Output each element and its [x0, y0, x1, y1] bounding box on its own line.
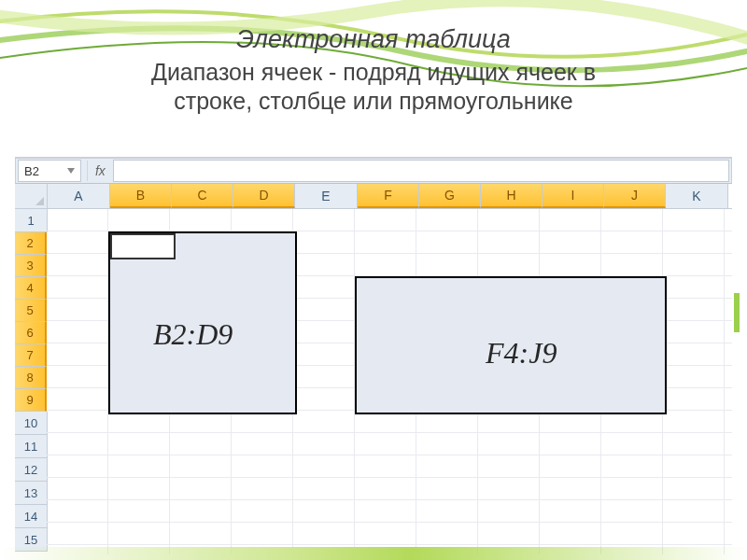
row-header-14[interactable]: 14	[15, 505, 48, 528]
active-cell[interactable]	[110, 233, 176, 259]
row-header-5[interactable]: 5	[15, 300, 47, 322]
page-subtitle-line-1: Диапазон ячеек - подряд идущих ячеек в	[0, 58, 747, 87]
right-marker	[734, 293, 740, 332]
footer-wave	[0, 547, 747, 560]
column-header-F[interactable]: F	[358, 184, 419, 208]
row-header-9[interactable]: 9	[15, 389, 47, 412]
column-header-H[interactable]: H	[481, 184, 543, 208]
row-header-4[interactable]: 4	[15, 277, 47, 300]
row-headers: 123456789101112131415	[15, 209, 48, 552]
column-header-I[interactable]: I	[543, 184, 604, 208]
formula-input[interactable]	[113, 160, 729, 182]
row-header-1[interactable]: 1	[15, 209, 48, 232]
column-headers: ABCDEFGHIJK	[15, 184, 732, 209]
spreadsheet-area: B2 fx ABCDEFGHIJK 123456789101112131415 …	[15, 157, 732, 554]
select-all-corner[interactable]	[15, 184, 48, 208]
row-header-12[interactable]: 12	[15, 458, 48, 482]
dropdown-icon[interactable]	[67, 168, 75, 174]
fx-icon[interactable]: fx	[95, 163, 106, 178]
column-header-A[interactable]: A	[48, 184, 110, 208]
name-box-value: B2	[24, 164, 39, 178]
column-header-D[interactable]: D	[233, 184, 295, 208]
cell-grid[interactable]: 123456789101112131415 B2:D9 F4:J9	[15, 209, 732, 554]
column-header-C[interactable]: C	[172, 184, 233, 208]
page-title: Электронная таблица	[0, 24, 747, 56]
row-header-11[interactable]: 11	[15, 435, 48, 458]
row-header-2[interactable]: 2	[15, 232, 47, 255]
slide-heading: Электронная таблица Диапазон ячеек - под…	[0, 24, 747, 116]
row-header-8[interactable]: 8	[15, 367, 47, 389]
column-header-K[interactable]: K	[666, 184, 728, 208]
range-label-a: B2:D9	[153, 317, 233, 352]
row-header-13[interactable]: 13	[15, 482, 48, 505]
row-header-10[interactable]: 10	[15, 412, 48, 435]
column-header-E[interactable]: E	[295, 184, 358, 208]
separator	[87, 161, 88, 181]
page-subtitle-line-2: строке, столбце или прямоугольнике	[0, 87, 747, 116]
formula-bar: B2 fx	[15, 158, 732, 184]
column-header-J[interactable]: J	[604, 184, 666, 208]
range-label-b: F4:J9	[486, 336, 557, 371]
column-header-B[interactable]: B	[110, 184, 172, 208]
row-header-7[interactable]: 7	[15, 344, 47, 367]
name-box[interactable]: B2	[18, 160, 81, 182]
row-header-6[interactable]: 6	[15, 322, 47, 344]
row-header-3[interactable]: 3	[15, 255, 47, 277]
cells-area[interactable]: B2:D9 F4:J9	[47, 209, 732, 554]
column-header-G[interactable]: G	[419, 184, 481, 208]
